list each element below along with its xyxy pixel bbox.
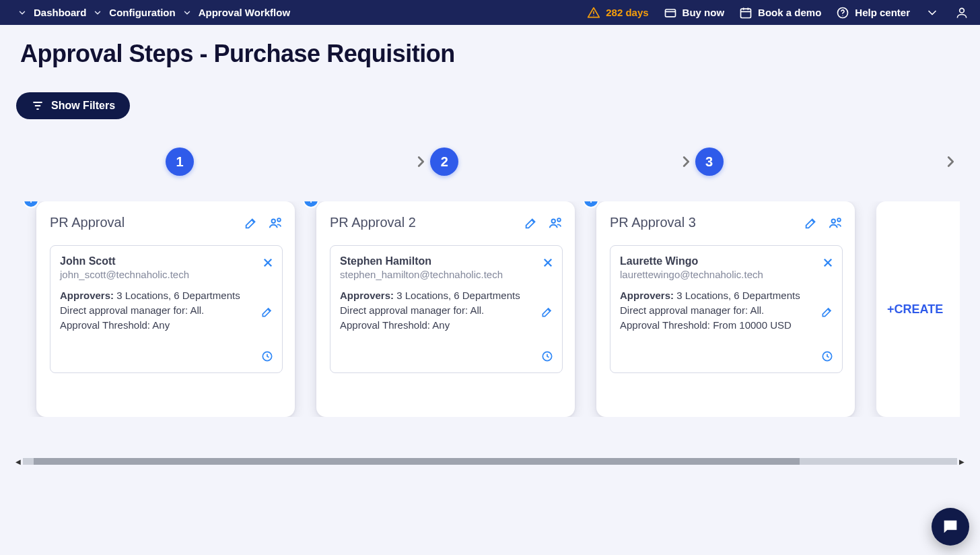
- card-slot: + PR Approval 3 Laurette Wingo laurettew…: [596, 201, 855, 417]
- buy-now-label: Buy now: [682, 7, 725, 18]
- approver-name: Laurette Wingo: [620, 255, 833, 267]
- book-demo-link[interactable]: Book a demo: [739, 6, 821, 20]
- help-center-link[interactable]: Help center: [836, 6, 910, 20]
- scroll-track[interactable]: [23, 458, 957, 465]
- buy-now-link[interactable]: Buy now: [664, 6, 725, 20]
- chevron-down-icon[interactable]: [181, 7, 193, 19]
- filter-icon: [31, 99, 44, 112]
- approver-name: Stephen Hamilton: [340, 255, 553, 267]
- user-account-icon[interactable]: [954, 5, 969, 20]
- card-slot: + PR Approval John Scott john_scott@tech…: [36, 201, 295, 417]
- help-center-label: Help center: [855, 7, 910, 18]
- remove-approver-icon[interactable]: [542, 257, 554, 271]
- remove-approver-icon[interactable]: [822, 257, 834, 271]
- edit-approver-icon[interactable]: [820, 305, 834, 321]
- edit-step-icon[interactable]: [804, 216, 818, 230]
- card-title: PR Approval 3: [610, 215, 696, 230]
- book-demo-label: Book a demo: [758, 7, 821, 18]
- approver-card: John Scott john_scott@technaholic.tech A…: [50, 245, 283, 373]
- chevron-right-icon: [411, 152, 430, 171]
- approver-card: Stephen Hamilton stephen_hamilton@techna…: [330, 245, 563, 373]
- svg-rect-3: [741, 9, 751, 18]
- svg-point-18: [552, 219, 556, 223]
- svg-point-14: [277, 218, 281, 222]
- days-label: 282 days: [606, 7, 648, 18]
- scroll-thumb[interactable]: [34, 458, 800, 465]
- step-badge-1: 1: [166, 148, 194, 176]
- show-filters-button[interactable]: Show Filters: [16, 92, 130, 119]
- steps-header: 1 2 3: [20, 148, 960, 176]
- svg-rect-2: [665, 9, 675, 17]
- show-filters-label: Show Filters: [51, 100, 115, 112]
- approver-email: stephen_hamilton@technaholic.tech: [340, 269, 553, 280]
- approver-email: laurettewingo@technaholic.tech: [620, 269, 833, 280]
- page-body: Approval Steps - Purchase Requisition Sh…: [0, 25, 980, 417]
- breadcrumb: Dashboard Configuration Approval Workflo…: [16, 7, 290, 19]
- approver-meta: Approvers: 3 Locations, 6 Departments Di…: [620, 288, 833, 332]
- breadcrumb-approval-workflow[interactable]: Approval Workflow: [199, 7, 290, 18]
- svg-point-9: [960, 8, 965, 13]
- card-slot: + PR Approval 2 Stephen Hamilton stephen…: [316, 201, 575, 417]
- approval-card: PR Approval John Scott john_scott@techna…: [36, 201, 295, 417]
- approver-email: john_scott@technaholic.tech: [60, 269, 273, 280]
- breadcrumb-configuration[interactable]: Configuration: [109, 7, 175, 18]
- manage-approvers-icon[interactable]: [268, 216, 283, 230]
- edit-step-icon[interactable]: [524, 216, 538, 230]
- manage-approvers-icon[interactable]: [548, 216, 563, 230]
- manage-approvers-icon[interactable]: [828, 216, 843, 230]
- horizontal-scrollbar[interactable]: ◀ ▶: [13, 457, 967, 466]
- nav-right: 282 days Buy now Book a demo Help center: [587, 5, 973, 20]
- svg-point-13: [272, 219, 276, 223]
- edit-step-icon[interactable]: [244, 216, 258, 230]
- schedule-icon[interactable]: [260, 350, 274, 366]
- top-navbar: Dashboard Configuration Approval Workflo…: [0, 0, 980, 25]
- svg-point-23: [832, 219, 836, 223]
- step-badge-3: 3: [695, 148, 724, 176]
- chevron-down-icon[interactable]: [16, 7, 28, 19]
- page-title: Approval Steps - Purchase Requisition: [20, 40, 960, 68]
- chat-bubble-button[interactable]: [932, 508, 969, 546]
- scroll-left-arrow[interactable]: ◀: [13, 458, 23, 465]
- svg-point-19: [557, 218, 561, 222]
- edit-approver-icon[interactable]: [540, 305, 554, 321]
- approver-card: Laurette Wingo laurettewingo@technaholic…: [610, 245, 843, 373]
- approval-cards-row: + PR Approval John Scott john_scott@tech…: [20, 201, 960, 417]
- remove-approver-icon[interactable]: [262, 257, 274, 271]
- approval-card: PR Approval 2 Stephen Hamilton stephen_h…: [316, 201, 575, 417]
- chat-icon: [941, 517, 960, 536]
- approver-meta: Approvers: 3 Locations, 6 Departments Di…: [60, 288, 273, 332]
- add-step-button[interactable]: +: [24, 201, 38, 207]
- approver-name: John Scott: [60, 255, 273, 267]
- card-title: PR Approval: [50, 215, 125, 230]
- scroll-right-arrow[interactable]: ▶: [957, 458, 967, 465]
- approval-card: PR Approval 3 Laurette Wingo laurettewin…: [596, 201, 855, 417]
- chevron-right-icon: [676, 152, 695, 171]
- svg-point-8: [843, 15, 843, 15]
- card-title: PR Approval 2: [330, 215, 416, 230]
- add-step-button[interactable]: +: [304, 201, 318, 207]
- trial-days-remaining[interactable]: 282 days: [587, 6, 648, 20]
- step-badge-2: 2: [430, 148, 458, 176]
- svg-point-1: [594, 15, 594, 15]
- chevron-right-icon: [941, 152, 960, 171]
- chevron-down-icon[interactable]: [92, 7, 104, 19]
- edit-approver-icon[interactable]: [260, 305, 274, 321]
- breadcrumb-dashboard[interactable]: Dashboard: [34, 7, 86, 18]
- more-chevron-down-icon[interactable]: [925, 5, 940, 20]
- svg-point-24: [837, 218, 841, 222]
- create-step-card[interactable]: +CREATE: [876, 201, 960, 417]
- approver-meta: Approvers: 3 Locations, 6 Departments Di…: [340, 288, 553, 332]
- schedule-icon[interactable]: [540, 350, 554, 366]
- schedule-icon[interactable]: [820, 350, 834, 366]
- add-step-button[interactable]: +: [584, 201, 598, 207]
- create-label: +CREATE: [887, 302, 943, 317]
